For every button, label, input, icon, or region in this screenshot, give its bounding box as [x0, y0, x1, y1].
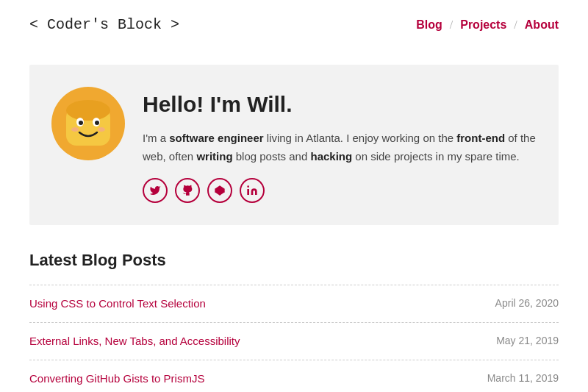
hero-card: Hello! I'm Will. I'm a software engineer…: [29, 65, 559, 225]
blog-list-item: Converting GitHub Gists to PrismJSMarch …: [29, 360, 559, 392]
twitter-icon[interactable]: [143, 178, 168, 203]
toast-mascot-icon: [59, 94, 118, 153]
hero-title: Hello! I'm Will.: [143, 87, 537, 122]
linkedin-icon[interactable]: [240, 178, 265, 203]
codepen-icon[interactable]: [207, 178, 232, 203]
svg-point-12: [247, 185, 249, 188]
blog-post-date: March 11, 2019: [487, 370, 559, 386]
blog-list-item: Using CSS to Control Text SelectionApril…: [29, 285, 559, 323]
nav-separator-2: /: [514, 15, 517, 35]
svg-point-6: [71, 127, 79, 132]
linkedin-svg: [246, 185, 258, 196]
svg-point-4: [79, 121, 83, 125]
svg-point-1: [66, 100, 110, 121]
svg-point-5: [95, 121, 99, 125]
hero-description: I'm a software engineer living in Atlant…: [143, 129, 537, 166]
svg-point-7: [98, 127, 105, 132]
title-suffix: >: [162, 16, 179, 33]
blog-post-date: May 21, 2019: [496, 332, 559, 349]
blog-section-title: Latest Blog Posts: [29, 247, 559, 273]
avatar-container: [51, 87, 125, 160]
blog-post-date: April 26, 2020: [495, 295, 559, 311]
title-prefix: <: [29, 16, 47, 33]
social-icons: [143, 178, 537, 203]
site-header: < Coder's Block > Blog / Projects / Abou…: [0, 0, 588, 50]
blog-post-link[interactable]: External Links, New Tabs, and Accessibil…: [29, 332, 240, 350]
site-title-text: Coder's Block: [47, 16, 162, 33]
blog-post-link[interactable]: Converting GitHub Gists to PrismJS: [29, 370, 204, 388]
main-nav: Blog / Projects / About: [416, 15, 559, 35]
hero-content: Hello! I'm Will. I'm a software engineer…: [143, 87, 537, 203]
blog-post-link[interactable]: Using CSS to Control Text Selection: [29, 295, 206, 313]
nav-projects[interactable]: Projects: [460, 15, 506, 35]
nav-separator-1: /: [450, 15, 453, 35]
blog-section: Latest Blog Posts Using CSS to Control T…: [29, 247, 559, 393]
avatar: [51, 87, 125, 160]
github-icon[interactable]: [175, 178, 200, 203]
codepen-svg: [214, 185, 226, 196]
nav-about[interactable]: About: [525, 15, 559, 35]
github-svg: [182, 185, 193, 196]
blog-list-item: External Links, New Tabs, and Accessibil…: [29, 323, 559, 360]
site-logo: < Coder's Block >: [29, 13, 179, 37]
nav-blog[interactable]: Blog: [416, 15, 442, 35]
blog-list: Using CSS to Control Text SelectionApril…: [29, 285, 559, 392]
twitter-svg: [149, 185, 161, 196]
